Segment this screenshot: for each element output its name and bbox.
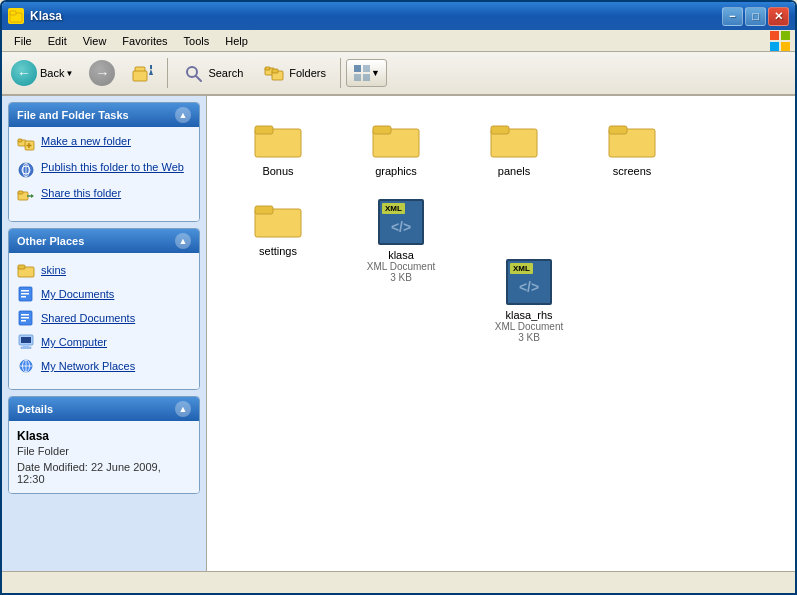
my-network-places-icon xyxy=(17,357,35,375)
list-item[interactable]: XML </> klasa XML Document 3 KB xyxy=(341,192,461,350)
xml-klasa-icon: XML </> xyxy=(378,199,424,245)
folders-button[interactable]: Folders xyxy=(254,57,335,89)
svg-rect-57 xyxy=(609,126,627,134)
file-size: 3 KB xyxy=(390,272,412,283)
place-my-computer[interactable]: My Computer xyxy=(17,333,191,351)
toolbar-separator-2 xyxy=(340,58,341,88)
file-meta: XML Document xyxy=(495,321,564,332)
list-item[interactable]: XML </> klasa_rhs XML Document 3 KB xyxy=(469,252,589,350)
file-name: klasa xyxy=(388,249,414,261)
back-icon: ← xyxy=(11,60,37,86)
place-my-network-places[interactable]: My Network Places xyxy=(17,357,191,375)
svg-rect-13 xyxy=(265,67,270,70)
other-places-header[interactable]: Other Places ▲ xyxy=(9,229,199,253)
collapse-tasks-button[interactable]: ▲ xyxy=(175,107,191,123)
forward-icon: → xyxy=(89,60,115,86)
search-icon xyxy=(182,62,204,84)
svg-rect-5 xyxy=(781,42,790,51)
svg-rect-1 xyxy=(10,11,16,15)
list-item[interactable]: panels xyxy=(459,112,569,184)
content-area: Bonus graphics panels xyxy=(207,96,795,571)
menu-favorites[interactable]: Favorites xyxy=(114,33,175,49)
task-new-folder[interactable]: Make a new folder xyxy=(17,135,191,153)
file-name: panels xyxy=(498,165,530,177)
toolbar: ← Back ▼ → Search xyxy=(2,52,795,96)
details-date: Date Modified: 22 June 2009, 12:30 xyxy=(17,461,191,485)
place-my-network-places-label: My Network Places xyxy=(41,360,135,372)
details-content: Klasa File Folder Date Modified: 22 June… xyxy=(9,421,199,493)
list-item[interactable]: settings xyxy=(223,192,333,350)
back-button[interactable]: ← Back ▼ xyxy=(6,57,78,89)
my-documents-icon xyxy=(17,285,35,303)
place-my-documents-label: My Documents xyxy=(41,288,114,300)
svg-rect-15 xyxy=(272,69,278,73)
list-item[interactable]: graphics xyxy=(341,112,451,184)
folders-label: Folders xyxy=(289,67,326,79)
task-publish[interactable]: Publish this folder to the Web xyxy=(17,161,191,179)
svg-rect-17 xyxy=(363,65,370,72)
file-name: screens xyxy=(613,165,652,177)
search-label: Search xyxy=(208,67,243,79)
toolbar-separator-1 xyxy=(167,58,168,88)
file-meta: XML Document xyxy=(367,261,436,272)
maximize-button[interactable]: □ xyxy=(745,7,766,26)
folder-skins-icon xyxy=(17,261,35,279)
file-size: 3 KB xyxy=(518,332,540,343)
list-item[interactable]: screens xyxy=(577,112,687,184)
details-type: File Folder xyxy=(17,445,191,457)
details-section: Details ▲ Klasa File Folder Date Modifie… xyxy=(8,396,200,494)
svg-rect-53 xyxy=(373,126,391,134)
svg-rect-55 xyxy=(491,126,509,134)
view-toggle-button[interactable]: ▼ xyxy=(346,59,387,87)
menu-tools[interactable]: Tools xyxy=(176,33,218,49)
list-item[interactable]: Bonus xyxy=(223,112,333,184)
left-panel: File and Folder Tasks ▲ Make a new folde… xyxy=(2,96,207,571)
svg-rect-44 xyxy=(23,345,29,347)
place-shared-documents[interactable]: Shared Documents xyxy=(17,309,191,327)
details-title: Details xyxy=(17,403,53,415)
share-icon xyxy=(17,187,35,205)
svg-rect-30 xyxy=(18,191,23,194)
details-header[interactable]: Details ▲ xyxy=(9,397,199,421)
menu-view[interactable]: View xyxy=(75,33,115,49)
svg-rect-21 xyxy=(18,139,22,142)
folder-settings-icon xyxy=(254,199,302,241)
task-publish-label: Publish this folder to the Web xyxy=(41,161,184,173)
file-folder-tasks-header[interactable]: File and Folder Tasks ▲ xyxy=(9,103,199,127)
menu-help[interactable]: Help xyxy=(217,33,256,49)
close-button[interactable]: ✕ xyxy=(768,7,789,26)
svg-rect-45 xyxy=(21,347,31,349)
file-folder-tasks-title: File and Folder Tasks xyxy=(17,109,129,121)
search-button[interactable]: Search xyxy=(173,57,252,89)
menu-edit[interactable]: Edit xyxy=(40,33,75,49)
up-button[interactable] xyxy=(124,57,162,89)
folder-panels-icon xyxy=(490,119,538,161)
window-title: Klasa xyxy=(30,9,722,23)
collapse-details-button[interactable]: ▲ xyxy=(175,401,191,417)
place-skins[interactable]: skins xyxy=(17,261,191,279)
place-my-computer-label: My Computer xyxy=(41,336,107,348)
collapse-places-button[interactable]: ▲ xyxy=(175,233,191,249)
svg-rect-35 xyxy=(21,290,29,292)
svg-rect-19 xyxy=(363,74,370,81)
svg-marker-8 xyxy=(149,69,153,75)
svg-rect-36 xyxy=(21,293,29,295)
my-computer-icon xyxy=(17,333,35,351)
menu-bar: File Edit View Favorites Tools Help xyxy=(2,30,795,52)
folder-graphics-icon xyxy=(372,119,420,161)
svg-rect-39 xyxy=(21,314,29,316)
task-share[interactable]: Share this folder xyxy=(17,187,191,205)
forward-button[interactable]: → xyxy=(82,56,122,90)
details-name: Klasa xyxy=(17,429,191,443)
svg-rect-18 xyxy=(354,74,361,81)
place-my-documents[interactable]: My Documents xyxy=(17,285,191,303)
svg-line-11 xyxy=(196,76,201,81)
minimize-button[interactable]: − xyxy=(722,7,743,26)
file-name: Bonus xyxy=(262,165,293,177)
other-places-title: Other Places xyxy=(17,235,84,247)
menu-file[interactable]: File xyxy=(6,33,40,49)
back-label: Back xyxy=(40,67,64,79)
svg-rect-59 xyxy=(255,206,273,214)
view-dropdown-arrow-icon: ▼ xyxy=(371,68,380,78)
svg-rect-41 xyxy=(21,320,26,322)
